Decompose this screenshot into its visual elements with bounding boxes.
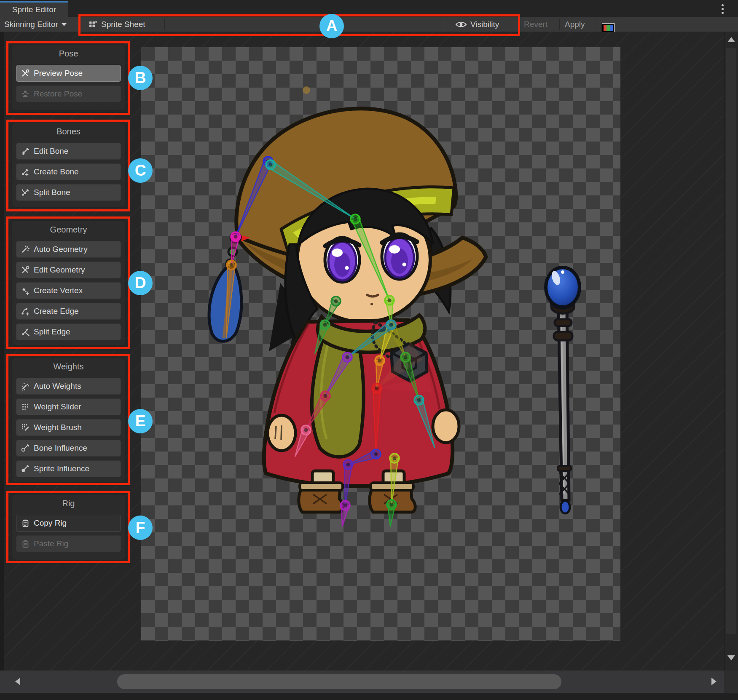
editor-canvas[interactable] (141, 47, 620, 641)
panel-title: Rig (16, 498, 121, 509)
sprite-sheet-button[interactable]: Sprite Sheet (88, 17, 145, 32)
annotation-badge-a: A (319, 14, 344, 38)
tools-icon (21, 69, 30, 78)
scroll-right-arrow[interactable] (711, 678, 717, 685)
toolbar-separator (596, 19, 596, 30)
horizontal-scrollbar-thumb[interactable] (117, 674, 561, 689)
kebab-menu-icon[interactable] (722, 4, 724, 14)
bone-add-icon (21, 167, 30, 176)
button-label: Create Bone (34, 167, 79, 176)
rig-panel: Rig Copy Rig Paste Rig (11, 494, 126, 560)
toolbar-separator (444, 19, 444, 30)
create-bone-button[interactable]: Create Bone (16, 163, 121, 180)
scroll-down-arrow[interactable] (727, 655, 735, 660)
button-label: Create Vertex (34, 286, 83, 295)
visibility-button[interactable]: Visibility (455, 17, 499, 32)
sprite-illustration (141, 47, 620, 641)
editor-mode-label: Skinning Editor (4, 20, 58, 29)
toolbar-separator (559, 19, 560, 30)
revert-button[interactable]: Revert (524, 17, 547, 32)
sprite-sheet-label: Sprite Sheet (101, 20, 145, 29)
split-edge-button[interactable]: Split Edge (16, 323, 121, 340)
bone-influence-icon (21, 444, 30, 453)
panel-title: Bones (16, 126, 121, 137)
toolbar-separator (164, 19, 165, 30)
scroll-left-arrow[interactable] (15, 678, 20, 685)
sprite-influence-icon (21, 464, 30, 473)
weight-brush-button[interactable]: Weight Brush (16, 419, 121, 436)
panel-title: Pose (16, 48, 121, 59)
button-label: Split Edge (34, 327, 70, 337)
create-edge-button[interactable]: Create Edge (16, 303, 121, 320)
button-label: Copy Rig (34, 518, 67, 528)
auto-geometry-button[interactable]: Auto Geometry (16, 241, 121, 258)
button-label: Weight Brush (34, 423, 82, 432)
bone-split-icon (21, 188, 30, 197)
tab-sprite-editor[interactable]: Sprite Editor (0, 1, 68, 17)
color-channel-swatch[interactable] (602, 23, 615, 33)
restore-pose-button[interactable]: Restore Pose (16, 85, 121, 102)
revert-label: Revert (524, 20, 547, 29)
bone-edit-icon (21, 147, 30, 156)
person-icon (21, 89, 30, 99)
visibility-label: Visibility (470, 20, 499, 29)
window-left-frame (0, 32, 4, 671)
paste-rig-button[interactable]: Paste Rig (16, 535, 121, 552)
chevron-down-icon (62, 23, 67, 26)
skinning-toolbar: Skinning Editor Sprite Sheet Visibility … (0, 17, 738, 32)
split-bone-button[interactable]: Split Bone (16, 184, 121, 201)
geometry-panel: Geometry Auto Geometry Edit Geometry Cre… (11, 220, 126, 346)
edit-bone-button[interactable]: Edit Bone (16, 143, 121, 160)
dots-grid-icon (21, 402, 30, 411)
character-illustration (209, 86, 486, 512)
bone-influence-button[interactable]: Bone Influence (16, 440, 121, 457)
weight-slider-button[interactable]: Weight Slider (16, 398, 121, 415)
edge-split-icon (21, 327, 30, 337)
scroll-up-arrow[interactable] (727, 37, 735, 42)
pose-panel: Pose Preview Pose Restore Pose (11, 44, 126, 111)
button-label: Split Bone (34, 188, 70, 197)
copy-rig-button[interactable]: Copy Rig (16, 515, 121, 532)
auto-weights-button[interactable]: Auto Weights (16, 378, 121, 395)
editor-mode-dropdown[interactable]: Skinning Editor (4, 17, 67, 32)
toolbar-separator (78, 19, 79, 30)
button-label: Create Edge (34, 307, 79, 316)
annotation-badge-f: F (128, 516, 153, 540)
edit-geometry-button[interactable]: Edit Geometry (16, 262, 121, 278)
tools-icon (21, 265, 30, 275)
button-label: Auto Geometry (34, 245, 88, 254)
toolbar-separator (619, 19, 619, 30)
window-bottom-frame (0, 693, 738, 700)
sprite-influence-button[interactable]: Sprite Influence (16, 460, 121, 477)
button-label: Sprite Influence (34, 464, 89, 473)
clipboard-icon (21, 539, 30, 548)
button-label: Auto Weights (34, 382, 81, 391)
dots-brush-icon (21, 423, 30, 432)
wand-icon (21, 245, 30, 254)
annotation-badge-c: C (128, 158, 153, 183)
apply-label: Apply (565, 20, 585, 29)
panel-title: Geometry (16, 224, 121, 235)
apply-button[interactable]: Apply (565, 17, 585, 32)
button-label: Restore Pose (34, 89, 82, 99)
eye-icon (455, 21, 467, 28)
preview-pose-button[interactable]: Preview Pose (16, 65, 121, 82)
button-label: Edit Geometry (34, 265, 85, 275)
panel-title: Weights (16, 361, 121, 372)
window-tab-bar: Sprite Editor (0, 0, 738, 17)
button-label: Edit Bone (34, 147, 68, 156)
staff-illustration (546, 267, 580, 513)
button-label: Bone Influence (34, 444, 87, 453)
vertex-add-icon (21, 286, 30, 295)
annotation-badge-e: E (128, 409, 153, 433)
button-label: Paste Rig (34, 539, 68, 548)
create-vertex-button[interactable]: Create Vertex (16, 282, 121, 299)
sprite-sheet-icon (88, 19, 98, 29)
button-label: Weight Slider (34, 402, 81, 411)
tab-title: Sprite Editor (12, 5, 56, 14)
scrollbar-corner (724, 671, 738, 693)
edge-add-icon (21, 307, 30, 316)
wand-dots-icon (21, 382, 30, 391)
vertical-scrollbar-thumb[interactable] (726, 48, 736, 634)
annotation-badge-b: B (128, 66, 153, 90)
